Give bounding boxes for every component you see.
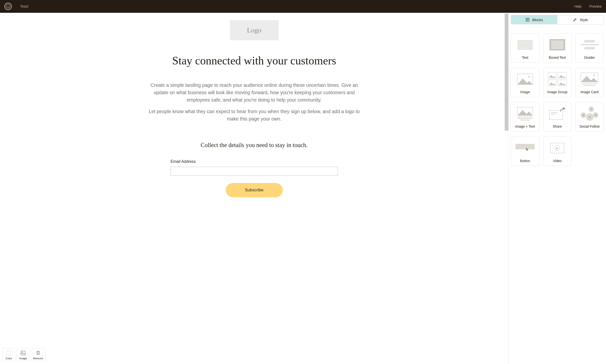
blocks-grid: Text Boxed Text Divider Image bbox=[511, 33, 604, 168]
svg-point-2 bbox=[9, 6, 9, 6]
paragraph-1: Create a simple landing page to reach yo… bbox=[146, 81, 363, 104]
boxed-text-preview-icon bbox=[545, 36, 570, 54]
tab-style[interactable]: Style bbox=[557, 15, 604, 24]
block-image-text-label: Image + Text bbox=[515, 124, 535, 128]
svg-point-15 bbox=[528, 76, 530, 78]
block-social-follow[interactable]: f ◎ ✦ + Social Follow bbox=[575, 102, 604, 132]
canvas-scrollbar[interactable] bbox=[505, 14, 508, 131]
trash-icon bbox=[35, 350, 41, 356]
svg-rect-8 bbox=[526, 19, 527, 20]
page-name[interactable]: Test2 bbox=[20, 4, 28, 8]
text-preview-icon bbox=[513, 36, 538, 54]
tab-style-label: Style bbox=[580, 18, 588, 22]
block-video[interactable]: ▶ Video bbox=[543, 136, 572, 166]
svg-rect-9 bbox=[527, 19, 528, 20]
tab-blocks[interactable]: Blocks bbox=[511, 15, 558, 24]
block-image-card-label: Image Card bbox=[580, 90, 598, 94]
block-video-label: Video bbox=[553, 159, 562, 163]
email-input[interactable] bbox=[171, 167, 338, 176]
blocks-grid-icon bbox=[525, 17, 530, 22]
subscribe-button[interactable]: Subscribe bbox=[226, 183, 283, 197]
block-image-group-label: Image Group bbox=[547, 90, 567, 94]
paintbrush-icon bbox=[573, 17, 577, 22]
image-preview-icon bbox=[513, 70, 538, 88]
sidebar-tabs: Blocks Style bbox=[511, 15, 604, 24]
block-text-label: Text bbox=[522, 56, 528, 60]
help-link[interactable]: Help bbox=[574, 4, 581, 8]
svg-point-17 bbox=[593, 74, 595, 76]
headline-text[interactable]: Stay connected with your customers bbox=[172, 54, 336, 67]
toolbar-image-label: Image bbox=[19, 357, 27, 360]
canvas-wrap: Logo Stay connected with your customers … bbox=[0, 13, 508, 364]
svg-rect-3 bbox=[21, 351, 25, 355]
block-social-follow-label: Social Follow bbox=[579, 124, 600, 128]
block-divider-label: Divider bbox=[584, 56, 595, 60]
toolbar-remove-label: Remove bbox=[33, 357, 43, 360]
canvas[interactable]: Logo Stay connected with your customers … bbox=[0, 13, 508, 364]
block-image-group[interactable]: Image Group bbox=[543, 68, 572, 97]
button-preview-icon bbox=[513, 139, 538, 157]
block-button[interactable]: Button bbox=[511, 136, 539, 166]
svg-rect-13 bbox=[529, 21, 529, 21]
sub-headline[interactable]: Collect the details you need to stay in … bbox=[201, 142, 308, 149]
toolbar-remove-button[interactable]: Remove bbox=[31, 348, 45, 361]
logo-placeholder[interactable]: Logo bbox=[230, 20, 279, 40]
share-preview-icon bbox=[545, 105, 570, 122]
toolbar-color-label: Color bbox=[6, 357, 12, 360]
block-boxed-text[interactable]: Boxed Text bbox=[543, 33, 572, 63]
block-image-label: Image bbox=[520, 90, 530, 94]
block-boxed-text-label: Boxed Text bbox=[549, 56, 566, 60]
email-label: Email Address bbox=[171, 159, 196, 164]
color-swatch-icon bbox=[6, 350, 12, 356]
svg-rect-10 bbox=[529, 19, 529, 20]
divider-preview-icon bbox=[577, 36, 602, 54]
svg-point-1 bbox=[7, 6, 8, 6]
svg-rect-11 bbox=[526, 21, 527, 21]
svg-point-0 bbox=[6, 4, 10, 9]
top-bar: Test2 Help Preview bbox=[0, 0, 606, 13]
svg-rect-12 bbox=[527, 21, 528, 21]
svg-point-4 bbox=[22, 352, 22, 352]
video-preview-icon: ▶ bbox=[545, 139, 570, 157]
brand-logo-icon[interactable] bbox=[4, 3, 12, 10]
workspace: Logo Stay connected with your customers … bbox=[0, 13, 606, 364]
svg-rect-6 bbox=[527, 18, 528, 19]
image-text-preview-icon bbox=[513, 105, 538, 122]
image-icon bbox=[20, 350, 26, 356]
sidebar: Blocks Style Text Boxed Text bbox=[508, 13, 606, 364]
preview-link[interactable]: Preview bbox=[589, 4, 602, 8]
block-text[interactable]: Text bbox=[511, 33, 539, 63]
image-card-preview-icon bbox=[577, 70, 602, 88]
svg-rect-7 bbox=[529, 18, 529, 19]
block-image-card[interactable]: Image Card bbox=[575, 68, 604, 97]
svg-rect-5 bbox=[526, 18, 527, 19]
signup-form[interactable]: Email Address Subscribe bbox=[171, 159, 338, 197]
floating-toolbar: Color Image Remove bbox=[2, 348, 45, 361]
toolbar-color-button[interactable]: Color bbox=[2, 348, 15, 361]
block-button-label: Button bbox=[520, 159, 530, 163]
paragraph-2: Let people know what they can expect to … bbox=[146, 108, 363, 122]
block-share[interactable]: Share bbox=[543, 102, 572, 132]
block-image-text[interactable]: Image + Text bbox=[511, 102, 539, 132]
logo-placeholder-text: Logo bbox=[247, 26, 261, 34]
toolbar-image-button[interactable]: Image bbox=[17, 348, 30, 361]
block-share-label: Share bbox=[553, 124, 562, 128]
social-follow-preview-icon: f ◎ ✦ + bbox=[577, 105, 602, 122]
tab-blocks-label: Blocks bbox=[532, 18, 543, 22]
body-text-block[interactable]: Create a simple landing page to reach yo… bbox=[146, 81, 363, 122]
block-image[interactable]: Image bbox=[511, 68, 539, 97]
block-divider[interactable]: Divider bbox=[575, 33, 604, 63]
image-group-preview-icon bbox=[545, 70, 570, 88]
